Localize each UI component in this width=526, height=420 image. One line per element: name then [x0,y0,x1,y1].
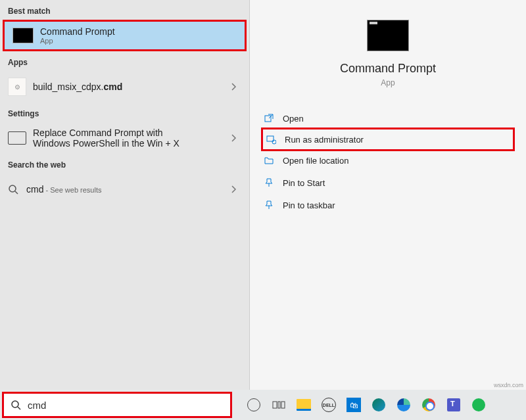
admin-icon [265,133,277,145]
svg-rect-2 [265,116,271,122]
search-icon [11,400,21,410]
watermark: wsxdn.com [494,382,523,388]
svg-point-0 [9,185,16,192]
cmd-file-icon: ⚙ [8,78,26,96]
svg-line-6 [18,407,20,409]
command-prompt-icon-large [367,20,409,51]
best-match-command-prompt[interactable]: Command Prompt App [3,20,247,51]
best-match-subtitle: App [40,37,237,45]
svg-rect-8 [278,402,280,408]
search-input[interactable] [28,400,224,411]
edge-icon[interactable] [394,396,413,414]
edge-legacy-icon[interactable] [370,396,388,414]
action-open-loc-label: Open file location [283,156,348,166]
svg-line-1 [15,191,18,194]
best-match-heading: Best match [0,0,249,20]
svg-rect-9 [281,402,285,408]
microsoft-store-icon[interactable]: 🛍 [345,396,363,414]
search-web-heading: Search the web [0,154,249,174]
action-open-file-location[interactable]: Open file location [263,149,513,172]
task-view-icon[interactable] [270,396,288,414]
file-explorer-icon[interactable] [295,396,313,414]
cortana-icon[interactable] [245,396,263,414]
settings-line1: Replace Command Prompt with [33,128,227,138]
action-pin-to-taskbar[interactable]: Pin to taskbar [263,194,513,216]
settings-heading: Settings [0,103,249,122]
chevron-right-icon[interactable] [227,185,241,194]
taskbar-search-box[interactable] [2,392,232,418]
app-result-match: cmd [103,82,122,92]
chevron-right-icon[interactable] [227,133,241,143]
chrome-icon[interactable] [419,396,438,414]
open-icon [263,112,275,124]
chevron-right-icon[interactable] [227,82,241,91]
pin-taskbar-icon [263,199,275,211]
action-run-admin-label: Run as administrator [285,135,364,145]
app-result-build-cmd[interactable]: ⚙ build_msix_cdpx.cmd [0,71,249,103]
monitor-icon [8,131,26,145]
actions-list: Open Run as administrator Open file loca… [250,107,526,216]
taskbar-icons: DELL 🛍 [234,396,488,414]
search-results-panel: Best match Command Prompt App Apps ⚙ bui… [0,0,250,390]
web-result-cmd[interactable]: cmd - See web results [0,174,249,205]
spotify-icon[interactable] [469,396,488,414]
svg-point-4 [272,140,276,144]
settings-result-replace-prompt[interactable]: Replace Command Prompt with Windows Powe… [0,122,249,154]
app-hero: Command Prompt App [250,20,526,107]
details-subtitle: App [250,78,526,87]
svg-point-5 [12,401,18,408]
svg-rect-7 [273,402,277,408]
action-pin-start-label: Pin to Start [283,178,325,188]
app-result-prefix: build_msix_cdpx. [33,82,103,92]
details-panel: Command Prompt App Open Run as administr… [250,0,526,390]
command-prompt-icon [12,28,34,43]
details-title: Command Prompt [250,62,526,76]
action-run-as-administrator[interactable]: Run as administrator [261,128,515,151]
folder-icon [263,154,275,166]
search-icon [8,184,18,195]
action-pin-task-label: Pin to taskbar [283,200,335,210]
apps-heading: Apps [0,51,249,71]
teams-icon[interactable] [444,396,463,414]
web-term: cmd [26,184,43,195]
dell-icon[interactable]: DELL [320,396,338,414]
pin-start-icon [263,177,275,189]
action-open-label: Open [283,114,304,124]
taskbar: DELL 🛍 [0,390,526,420]
action-open[interactable]: Open [263,107,513,129]
web-suffix: - See web results [43,186,101,194]
settings-line2: Windows PowerShell in the Win + X [33,138,227,149]
action-pin-to-start[interactable]: Pin to Start [263,172,513,194]
best-match-title: Command Prompt [40,26,237,37]
